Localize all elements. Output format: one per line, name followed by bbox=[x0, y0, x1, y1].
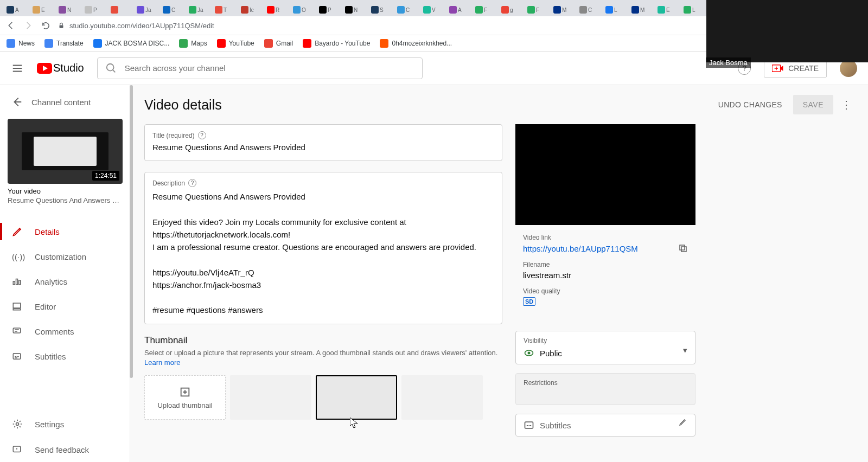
browser-tab[interactable]: M bbox=[551, 3, 576, 16]
browser-tab[interactable]: R bbox=[265, 3, 290, 16]
save-button[interactable]: SAVE bbox=[793, 95, 833, 114]
thumbnail-option-2[interactable] bbox=[316, 375, 397, 420]
browser-tab[interactable]: S bbox=[369, 3, 394, 16]
description-field-card[interactable]: Description? bbox=[144, 172, 502, 324]
sidebar-item-details[interactable]: Details bbox=[0, 219, 130, 245]
sidebar-item-label: Customization bbox=[35, 252, 86, 261]
sidebar-item-settings[interactable]: Settings bbox=[0, 411, 130, 437]
browser-tab[interactable]: M bbox=[629, 3, 654, 16]
video-thumbnail-card[interactable]: 1:24:51 Your video Resume Questions And … bbox=[8, 119, 122, 204]
browser-tab[interactable]: C bbox=[161, 3, 186, 16]
editor-icon bbox=[12, 301, 24, 311]
browser-tab[interactable] bbox=[108, 3, 133, 16]
sidebar-item-subtitles[interactable]: Subtitles bbox=[0, 344, 130, 369]
sidebar-item-analytics[interactable]: Analytics bbox=[0, 269, 130, 294]
search-box[interactable] bbox=[97, 57, 423, 79]
search-input[interactable] bbox=[125, 63, 414, 73]
sidebar-item-feedback[interactable]: Send feedback bbox=[0, 437, 130, 462]
learn-more-link[interactable]: Learn more bbox=[144, 358, 180, 367]
studio-logo[interactable]: Studio bbox=[37, 62, 84, 74]
browser-tab[interactable]: E bbox=[30, 3, 55, 16]
sidebar-item-editor[interactable]: Editor bbox=[0, 294, 130, 319]
svg-rect-9 bbox=[13, 309, 21, 310]
browser-tab[interactable]: C bbox=[577, 3, 602, 16]
bookmark-item[interactable]: Bayardo - YouTube bbox=[303, 39, 370, 48]
help-icon[interactable]: ? bbox=[188, 179, 196, 187]
sidebar: Channel content 1:24:51 Your video Resum… bbox=[0, 85, 130, 462]
browser-tab[interactable]: T bbox=[213, 3, 238, 16]
bookmark-item[interactable]: News bbox=[7, 39, 35, 48]
reload-button[interactable] bbox=[40, 20, 51, 31]
more-options-button[interactable]: ⋮ bbox=[839, 96, 854, 113]
title-field-card[interactable]: Title (required)? bbox=[144, 124, 502, 161]
video-player[interactable] bbox=[515, 124, 695, 225]
thumbnail-option-1[interactable] bbox=[230, 375, 311, 420]
your-video-label: Your video bbox=[8, 187, 122, 195]
bookmark-item[interactable]: JACK BOSMA DISC... bbox=[93, 39, 170, 48]
filename-value: livestream.str bbox=[515, 271, 695, 280]
svg-rect-16 bbox=[680, 245, 685, 250]
sidebar-item-comments[interactable]: Comments bbox=[0, 319, 130, 344]
feedback-icon bbox=[12, 445, 24, 454]
browser-tab[interactable]: N bbox=[343, 3, 368, 16]
title-label: Title (required) bbox=[152, 132, 195, 139]
browser-tab[interactable]: O bbox=[291, 3, 316, 16]
svg-rect-8 bbox=[13, 303, 21, 308]
analytics-icon bbox=[12, 277, 24, 286]
create-button-label: CREATE bbox=[788, 64, 819, 73]
sidebar-item-customization[interactable]: ((·))Customization bbox=[0, 245, 130, 269]
bookmark-item[interactable]: 0h4mozeixrknkhed... bbox=[380, 39, 452, 48]
browser-tab[interactable]: A bbox=[4, 3, 29, 16]
browser-tab[interactable]: F bbox=[473, 3, 498, 16]
bookmark-item[interactable]: YouTube bbox=[217, 39, 254, 48]
browser-tab[interactable]: N bbox=[56, 3, 81, 16]
back-arrow-icon bbox=[11, 96, 23, 108]
thumbnail-option-3[interactable] bbox=[401, 375, 483, 420]
help-icon[interactable]: ? bbox=[198, 131, 206, 139]
sidebar-item-label: Subtitles bbox=[35, 352, 66, 361]
your-video-title: Resume Questions And Answers Pr... bbox=[8, 196, 122, 204]
browser-tab[interactable]: P bbox=[317, 3, 342, 16]
upload-icon bbox=[179, 386, 191, 398]
bookmark-item[interactable]: Translate bbox=[44, 39, 84, 48]
browser-tab[interactable]: C bbox=[395, 3, 420, 16]
browser-tab[interactable]: Ja bbox=[187, 3, 212, 16]
subtitles-card[interactable]: Subtitles bbox=[515, 414, 695, 437]
copy-icon[interactable] bbox=[678, 243, 688, 253]
browser-tab[interactable]: P bbox=[82, 3, 107, 16]
bookmark-item[interactable]: Maps bbox=[179, 39, 207, 48]
svg-rect-7 bbox=[19, 280, 21, 285]
bookmark-item[interactable]: Gmail bbox=[264, 39, 293, 48]
subtitles-icon bbox=[12, 351, 24, 361]
video-link-value[interactable]: https://youtu.be/1AUpp711QSM bbox=[523, 244, 638, 253]
browser-tab[interactable]: A bbox=[447, 3, 472, 16]
sidebar-item-label: Editor bbox=[35, 302, 56, 311]
browser-tab[interactable]: L bbox=[681, 3, 706, 16]
browser-tab[interactable]: Ic bbox=[239, 3, 264, 16]
browser-tab[interactable]: Ja bbox=[135, 3, 159, 16]
browser-tab[interactable]: L bbox=[603, 3, 628, 16]
svg-rect-5 bbox=[13, 281, 15, 285]
browser-tab[interactable]: V bbox=[421, 3, 446, 16]
svg-rect-19 bbox=[525, 422, 533, 428]
visibility-value: Public bbox=[540, 349, 562, 358]
back-button[interactable] bbox=[5, 20, 16, 31]
forward-button[interactable] bbox=[23, 20, 34, 31]
restrictions-card[interactable]: Restrictions bbox=[515, 373, 695, 405]
url-field[interactable]: studio.youtube.com/video/1AUpp711QSM/edi… bbox=[58, 22, 687, 30]
browser-tab[interactable]: E bbox=[655, 3, 680, 16]
svg-point-18 bbox=[528, 352, 531, 355]
undo-changes-button[interactable]: UNDO CHANGES bbox=[718, 100, 782, 109]
browser-tab[interactable]: g bbox=[499, 3, 524, 16]
description-textarea[interactable] bbox=[152, 190, 494, 315]
channel-content-back[interactable]: Channel content bbox=[0, 85, 130, 114]
sidebar-item-label: Send feedback bbox=[35, 445, 89, 454]
svg-rect-6 bbox=[16, 279, 18, 285]
browser-tab[interactable]: F bbox=[525, 3, 550, 16]
duration-badge: 1:24:51 bbox=[92, 171, 119, 181]
visibility-card[interactable]: Visibility Public ▾ bbox=[515, 331, 695, 364]
video-info-block: Video link https://youtu.be/1AUpp711QSM … bbox=[515, 225, 695, 322]
upload-thumbnail-button[interactable]: Upload thumbnail bbox=[144, 375, 226, 420]
menu-button[interactable] bbox=[11, 62, 24, 75]
title-input[interactable] bbox=[152, 143, 494, 152]
